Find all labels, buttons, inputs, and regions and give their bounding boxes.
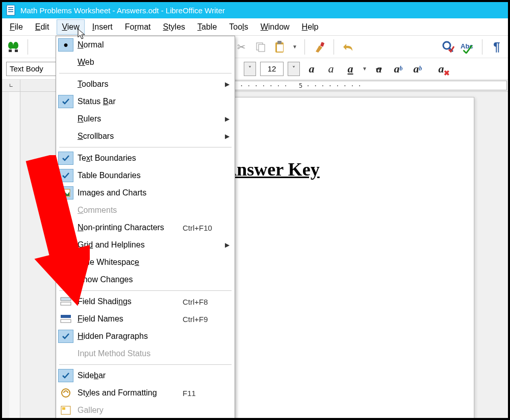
svg-rect-13 [277,44,283,52]
menu-table[interactable]: Table [193,20,221,34]
undo-icon[interactable] [341,40,355,54]
menu-item-show-changes[interactable]: Show Changes [56,271,235,288]
menu-item-shortcut: Ctrl+F9 [183,315,218,324]
menu-edit[interactable]: Edit [31,20,54,34]
menu-item-web[interactable]: Web [56,54,235,71]
menu-item-normal[interactable]: ●Normal [56,36,235,54]
spellcheck-auto-icon[interactable] [441,40,455,54]
menu-item-label: Hidden Paragraphs [78,332,178,341]
pilcrow-icon: ¶ [58,221,73,234]
ruler-corner: ∟ [2,80,20,91]
clear-formatting-icon[interactable]: a✖ [434,61,449,77]
blank-icon [58,56,73,69]
submenu-arrow-icon: ▶ [222,133,230,140]
svg-rect-26 [62,407,65,410]
document-icon [6,5,15,16]
menu-item-grid-and-helplines[interactable]: Grid and Helplines▶ [56,236,235,254]
format-paintbrush-icon[interactable] [312,40,326,54]
menu-window[interactable]: Window [256,20,294,34]
menu-item-sidebar[interactable]: Sidebar [56,367,235,384]
font-size-combo[interactable]: 12 [260,62,284,76]
menu-item-images-and-charts[interactable]: Images and Charts [56,184,235,202]
spellcheck-icon[interactable]: Abc [461,40,475,54]
paste-icon[interactable] [273,40,287,54]
svg-rect-6 [12,45,14,48]
menu-item-hidden-paragraphs[interactable]: Hidden Paragraphs [56,328,235,345]
menu-item-status-bar[interactable]: Status Bar [56,93,235,110]
menu-styles[interactable]: Styles [158,20,190,34]
menu-separator [59,73,232,73]
svg-point-24 [62,389,70,397]
svg-rect-10 [259,44,265,52]
check-icon [58,330,73,343]
copy-icon[interactable] [253,40,268,54]
menu-format[interactable]: Format [120,20,156,34]
radio-icon: ● [58,38,73,52]
menu-item-scrollbars[interactable]: Scrollbars▶ [56,128,235,145]
check-icon [58,95,73,108]
blank-icon [58,273,73,286]
submenu-arrow-icon: ▶ [222,241,230,249]
menu-item-label: Field Shadings [78,297,178,306]
cut-icon[interactable]: ✂ [234,40,248,54]
window-title: Math Problems Worksheet - Answers.odt - … [20,6,225,15]
menu-insert[interactable]: Insert [88,20,117,34]
menu-item-hide-whitespace[interactable]: Hide Whitespace [56,254,235,271]
svg-rect-7 [9,50,12,52]
menu-item-field-shadings[interactable]: Field ShadingsCtrl+F8 [56,293,235,310]
underline-dropdown-icon[interactable]: ▼ [362,66,367,71]
menu-item-toolbars[interactable]: Toolbars▶ [56,76,235,93]
view-menu-dropdown: ●NormalWebToolbars▶Status BarRulers▶Scro… [56,36,235,420]
bold-icon[interactable]: a [304,61,319,77]
blank-icon [58,78,73,91]
menu-item-label: Hide Whitespace [78,258,178,267]
menu-item-label: Toolbars [78,80,178,89]
font-name-dropdown[interactable]: ˅ [244,62,256,76]
menu-item-shortcut: Ctrl+F10 [183,224,218,232]
font-size-dropdown[interactable]: ˅ [288,62,300,76]
menu-help[interactable]: Help [297,20,323,34]
strikethrough-icon[interactable]: a [371,61,387,77]
menu-item-label: Images and Charts [78,188,178,197]
menu-item-rulers[interactable]: Rulers▶ [56,110,235,128]
paragraph-style-value: Text Body [10,64,43,73]
menu-item-label: Rulers [78,114,178,123]
menu-item-field-names[interactable]: Field NamesCtrl+F9 [56,310,235,328]
menu-file[interactable]: File [5,20,28,34]
vertical-ruler[interactable] [9,92,20,418]
subscript-icon[interactable]: ab [410,61,425,77]
gallery-icon [58,404,73,417]
menu-item-text-boundaries[interactable]: Text Boundaries [56,150,235,167]
svg-rect-21 [61,302,71,305]
menu-tools[interactable]: Tools [224,20,252,34]
menu-item-table-boundaries[interactable]: Table Boundaries [56,167,235,184]
menu-view[interactable]: View [57,19,84,35]
toolbar-separator [334,39,334,55]
pilcrow-icon[interactable]: ¶ [490,40,504,54]
ruler-tick: 5 · · · · · · · · [299,82,362,89]
menu-item-styles-and-formatting[interactable]: Styles and FormattingF11 [56,384,235,402]
paragraph-style-combo[interactable]: Text Body [6,62,57,76]
underline-icon[interactable]: a [343,61,358,77]
menu-item-label: Gallery [78,406,178,415]
menu-item-shortcut: Ctrl+F8 [183,298,218,306]
svg-rect-3 [8,11,13,12]
svg-rect-0 [7,5,15,15]
menu-separator [59,290,232,291]
menu-item-label: Non-printing Characters [78,223,178,232]
menu-item-label: Field Names [78,314,178,324]
check-icon [58,152,73,165]
superscript-icon[interactable]: ab [391,61,406,77]
svg-rect-12 [277,41,282,44]
menu-item-label: Status Bar [78,97,178,106]
paste-dropdown-icon[interactable]: ▼ [292,44,297,50]
menu-item-label: Table Boundaries [78,171,178,180]
blank-icon [58,130,73,143]
menu-item-label: Show Changes [78,275,178,284]
italic-icon[interactable]: a [323,61,339,77]
menu-item-input-method-status: Input Method Status [56,345,235,362]
menu-item-non-printing-characters[interactable]: ¶Non-printing CharactersCtrl+F10 [56,219,235,236]
toolbar-separator [28,39,28,55]
find-replace-icon[interactable] [6,40,20,54]
menu-item-label: Input Method Status [78,349,178,358]
